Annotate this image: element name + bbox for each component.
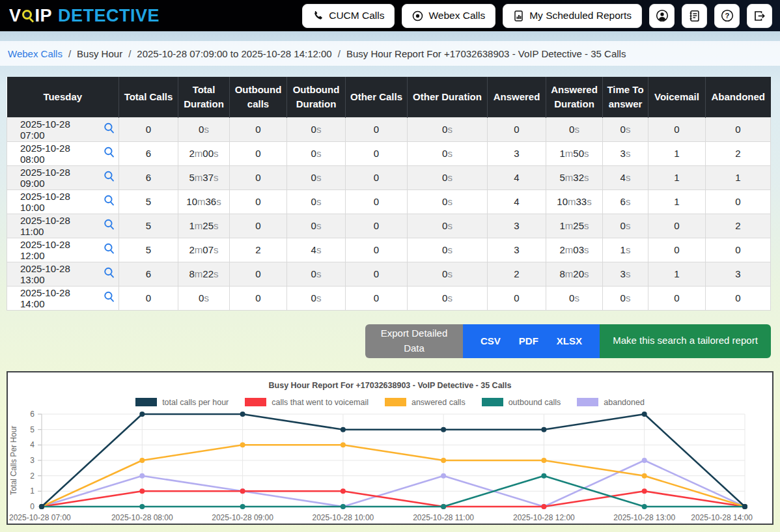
table-cell: 2 [706, 141, 771, 165]
row-time: 2025-10-28 13:00 [20, 263, 95, 285]
legend-swatch [385, 398, 406, 406]
row-time-cell: 2025-10-28 12:00 [7, 238, 119, 262]
column-header: Time To answer [603, 77, 648, 117]
legend-item[interactable]: answered calls [385, 398, 466, 407]
svg-text:2025-10-28 08:00: 2025-10-28 08:00 [111, 513, 173, 522]
row-search-icon[interactable] [104, 219, 115, 232]
legend-item[interactable]: total calls per hour [135, 398, 229, 407]
logout-button[interactable] [747, 4, 772, 28]
logo-detective: DETECTIVE [58, 6, 160, 26]
table-cell: 0s [178, 286, 230, 310]
row-search-icon[interactable] [104, 291, 115, 305]
record-circle-icon [412, 10, 423, 21]
cucm-calls-label: CUCM Calls [329, 10, 384, 21]
table-cell: 3s [603, 141, 648, 165]
table-row: 2025-10-28 09:0065m37s00s00s45m32s4s11 [7, 165, 771, 189]
table-cell: 0s [603, 117, 648, 141]
legend-item[interactable]: calls that went to voicemail [245, 398, 369, 407]
table-cell: 1 [648, 141, 706, 165]
legend-swatch [577, 398, 598, 406]
legend-item[interactable]: abandoned [577, 398, 645, 407]
table-cell: 5 [119, 214, 178, 238]
row-time: 2025-10-28 14:00 [20, 287, 95, 309]
export-csv-link[interactable]: CSV [481, 335, 501, 346]
table-cell: 2 [230, 238, 287, 262]
row-search-icon[interactable] [104, 195, 115, 208]
table-cell: 0 [230, 141, 287, 165]
help-button[interactable]: ? [714, 4, 740, 28]
row-time: 2025-10-28 10:00 [20, 191, 95, 213]
table-cell: 0s [408, 117, 488, 141]
table-cell: 0s [546, 117, 603, 141]
table-cell: 3 [488, 141, 546, 165]
table-cell: 6s [603, 189, 648, 214]
legend-item[interactable]: outbound calls [482, 398, 561, 407]
export-xlsx-link[interactable]: XLSX [557, 335, 582, 346]
tailored-report-button[interactable]: Make this search a tailored report [600, 324, 771, 358]
table-row: 2025-10-28 07:0000s00s00s00s0s00 [7, 117, 771, 141]
column-header: Voicemail [648, 77, 706, 117]
table-cell: 0 [346, 238, 408, 262]
row-time: 2025-10-28 08:00 [20, 143, 95, 165]
column-header: Tuesday [7, 77, 119, 117]
table-cell: 6 [119, 141, 178, 165]
table-header-row: Tuesday Total Calls Total Duration Outbo… [7, 77, 771, 117]
table-cell: 0 [119, 286, 178, 310]
row-search-icon[interactable] [104, 171, 115, 184]
svg-text:3: 3 [30, 456, 35, 465]
legend-label: answered calls [411, 398, 466, 407]
legend-label: abandoned [604, 398, 645, 407]
voip-detective-logo: VIP DETECTIVE [9, 6, 160, 26]
svg-text:2025-10-28 14:00: 2025-10-28 14:00 [691, 513, 753, 522]
table-cell: 0s [287, 141, 346, 165]
table-cell: 0s [287, 286, 346, 310]
svg-text:6: 6 [30, 410, 35, 419]
journal-icon [688, 10, 701, 22]
table-cell: 0s [603, 214, 648, 238]
export-pdf-link[interactable]: PDF [519, 335, 538, 346]
table-cell: 0s [408, 238, 488, 262]
row-time-cell: 2025-10-28 09:00 [7, 165, 119, 189]
table-cell: 4 [488, 189, 546, 214]
table-cell: 0s [408, 165, 488, 189]
table-cell: 3 [488, 214, 546, 238]
row-search-icon[interactable] [104, 122, 115, 136]
row-search-icon[interactable] [104, 267, 115, 281]
table-cell: 0s [603, 286, 648, 310]
breadcrumb: Webex Calls / Busy Hour / 2025-10-28 07:… [0, 41, 780, 66]
table-cell: 8m20s [546, 262, 603, 286]
table-cell: 1 [648, 165, 706, 189]
table-cell: 0 [648, 286, 706, 310]
table-cell: 3s [603, 262, 648, 286]
help-icon: ? [721, 9, 734, 22]
table-cell: 0 [346, 141, 408, 165]
table-row: 2025-10-28 11:0051m25s00s00s31m25s0s02 [7, 214, 771, 238]
export-format-group: CSV PDF XLSX [463, 324, 600, 358]
table-cell: 1 [648, 262, 706, 286]
row-search-icon[interactable] [104, 243, 115, 257]
my-scheduled-reports-button[interactable]: My Scheduled Reports [503, 4, 642, 28]
table-cell: 0 [119, 117, 178, 141]
webex-calls-button[interactable]: Webex Calls [402, 4, 495, 28]
table-cell: 5 [119, 189, 178, 214]
table-cell: 6 [119, 262, 178, 286]
table-cell: 0s [408, 189, 488, 214]
table-row: 2025-10-28 10:00510m36s00s00s410m33s6s10 [7, 189, 771, 214]
svg-text:2025-10-28 07:00: 2025-10-28 07:00 [9, 513, 71, 522]
table-cell: 4 [488, 165, 546, 189]
export-detailed-data-button[interactable]: Export Detailed Data [365, 324, 463, 358]
table-cell: 1m25s [546, 214, 603, 238]
cucm-calls-button[interactable]: CUCM Calls [302, 4, 395, 28]
account-button[interactable] [649, 4, 675, 28]
journal-button[interactable] [682, 4, 707, 28]
breadcrumb-separator: / [128, 48, 131, 59]
svg-text:2025-10-28 13:00: 2025-10-28 13:00 [613, 513, 675, 522]
row-search-icon[interactable] [104, 147, 115, 160]
breadcrumb-separator: / [68, 48, 71, 59]
file-bar-graph-icon [513, 10, 524, 21]
table-body: 2025-10-28 07:0000s00s00s00s0s002025-10-… [7, 117, 771, 310]
busy-hour-table: Tuesday Total Calls Total Duration Outbo… [7, 77, 771, 311]
breadcrumb-webex-calls-link[interactable]: Webex Calls [8, 48, 63, 59]
webex-calls-label: Webex Calls [428, 10, 485, 21]
table-cell: 2m07s [178, 238, 230, 262]
